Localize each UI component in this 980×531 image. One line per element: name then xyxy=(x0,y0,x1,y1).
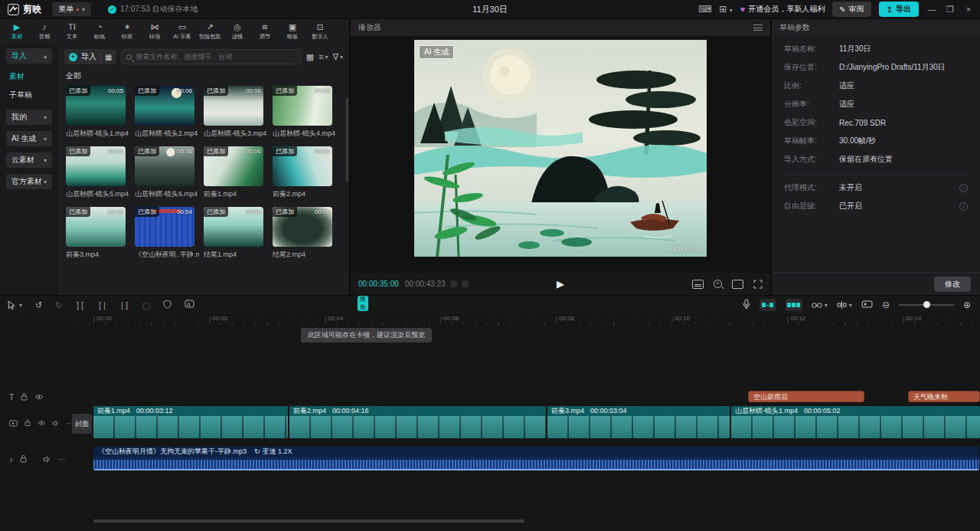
sidebar-group-ai[interactable]: AI 生成▾ xyxy=(6,131,52,146)
eye-icon[interactable] xyxy=(38,420,46,426)
video-clip[interactable]: 前奏1.mp400:00:03:12 xyxy=(93,406,288,438)
media-item[interactable]: 已添加00:06山居秋暝-镜头2.mp4 xyxy=(135,86,199,139)
trim-left-icon[interactable]: [| xyxy=(98,301,107,310)
eye-icon[interactable] xyxy=(34,394,44,400)
sidebar-item-subdraft[interactable]: 子草稿 xyxy=(9,90,58,100)
mark-inout-icon[interactable]: ▾ xyxy=(837,301,852,309)
tab-ai-captions[interactable]: ▭AI 字幕 xyxy=(168,22,196,41)
tab-adjust[interactable]: ≋调节 xyxy=(251,22,279,41)
preview-canvas[interactable]: AI 生成 xyxy=(351,36,770,273)
media-item[interactable]: 已添加00:06山居秋暝-镜头3.mp4 xyxy=(204,86,268,139)
record-voice-icon[interactable] xyxy=(743,298,750,312)
timeline-zoom-slider[interactable] xyxy=(899,304,954,306)
media-item[interactable]: 已添加00:06结尾2.mp4 xyxy=(273,207,337,260)
media-item[interactable]: 已添加00:06结尾1.mp4 xyxy=(204,207,268,260)
lock-icon[interactable] xyxy=(21,393,28,401)
media-item-audio[interactable]: 已添加00:54《空山秋夜明..平静.mp3 xyxy=(135,207,199,260)
review-button[interactable]: ✎审阅 xyxy=(832,2,871,17)
select-tool[interactable]: ▾ xyxy=(8,300,22,310)
tab-audio[interactable]: ♪音频 xyxy=(31,22,58,41)
tab-effects[interactable]: ✶特效 xyxy=(113,22,141,41)
restore-button[interactable]: ❐ xyxy=(945,5,956,15)
vip-banner[interactable]: ♥ 开通会员，享新人福利 xyxy=(740,4,825,15)
media-item[interactable]: 已添加00:06山居秋暝-镜头6.mp4 xyxy=(135,146,199,199)
audio-clip[interactable]: 《空山秋夜明月情》无拘无束的苹果干-平静.mp3 ↻变速 1.2X xyxy=(93,447,979,470)
media-item[interactable]: 已添加00:06山居秋暝-镜头4.mp4 xyxy=(273,86,337,139)
display-quality-icon[interactable] xyxy=(692,280,704,289)
text-clip[interactable]: 天气晚来秋 xyxy=(908,391,980,402)
snap-toggle[interactable] xyxy=(760,299,776,311)
tab-media[interactable]: ▶素材 xyxy=(3,22,31,41)
magnifier-icon[interactable] xyxy=(714,280,722,288)
video-clip[interactable]: 前奏3.mp400:00:03:04 xyxy=(547,406,730,438)
caption-recognize-icon[interactable]: A 限免 xyxy=(185,300,194,310)
player-menu-icon[interactable] xyxy=(753,25,763,31)
minimize-button[interactable]: — xyxy=(926,5,937,14)
trim-right-icon[interactable]: |] xyxy=(120,301,129,310)
delete-icon[interactable]: ▢ xyxy=(142,300,150,310)
redo-button[interactable]: ↻ xyxy=(55,300,62,310)
video-frame[interactable]: AI 生成 xyxy=(414,40,707,257)
cover-button[interactable]: 封面 xyxy=(72,414,92,434)
media-item[interactable]: 已添加00:06前奏2.mp4 xyxy=(273,146,337,199)
tab-templates[interactable]: ▣模板 xyxy=(279,22,306,41)
mask-icon[interactable] xyxy=(163,300,172,310)
text-clip[interactable]: 空山新雨后 xyxy=(748,391,864,402)
import-button[interactable]: + 导入 ▦ xyxy=(64,49,116,64)
render-preview-icon[interactable] xyxy=(861,298,873,312)
info-icon[interactable]: i xyxy=(959,202,968,211)
sidebar-item-material[interactable]: 素材 xyxy=(9,71,58,82)
tab-smart-pack[interactable]: ↗智能包装 xyxy=(196,22,224,41)
mute-icon[interactable] xyxy=(43,456,51,463)
sidebar-group-cloud[interactable]: 云素材▾ xyxy=(6,152,52,168)
export-button[interactable]: ↥导出 xyxy=(879,2,919,17)
import-options-icon[interactable]: ▦ xyxy=(105,53,112,61)
menu-button[interactable]: 菜单▾ xyxy=(52,2,91,16)
next-frame-icon[interactable] xyxy=(462,280,469,287)
mute-icon[interactable] xyxy=(52,420,59,427)
prev-frame-icon[interactable] xyxy=(450,280,457,287)
link-toggle[interactable] xyxy=(786,299,802,311)
timeline-area[interactable]: 00:00 00:02 00:04 00:06 00:08 00:10 00:1… xyxy=(0,314,980,531)
layout-switch-icon[interactable]: ⊞ ▾ xyxy=(719,5,732,14)
zoom-out-icon[interactable]: ⊖ xyxy=(882,300,890,310)
sidebar-group-mine[interactable]: 我的▾ xyxy=(6,110,52,125)
zoom-in-icon[interactable]: ⊕ xyxy=(963,300,971,310)
media-item[interactable]: 已添加00:06山居秋暝-镜头5.mp4 xyxy=(66,146,130,199)
search-bar[interactable] xyxy=(121,49,301,64)
close-button[interactable]: × xyxy=(963,5,974,14)
sidebar-import[interactable]: 导入▴ xyxy=(6,48,52,64)
tab-filters[interactable]: ◎滤镜 xyxy=(224,22,251,41)
filter-all-label[interactable]: 全部 xyxy=(66,70,349,81)
filter-icon[interactable]: ∇▾ xyxy=(333,52,343,62)
tab-text[interactable]: TI文本 xyxy=(58,22,86,41)
media-scrollbar[interactable] xyxy=(346,97,348,182)
undo-button[interactable]: ↺ xyxy=(35,300,42,310)
media-item[interactable]: 已添加00:06前奏3.mp4 xyxy=(66,207,130,260)
split-icon[interactable]: ][ xyxy=(75,301,84,310)
media-item[interactable]: 已添加00:06前奏1.mp4 xyxy=(204,146,268,199)
tab-transition[interactable]: ⋈转场 xyxy=(141,22,168,41)
video-clip[interactable]: 山居秋暝-镜头1.mp400:00:05:02 xyxy=(731,406,980,438)
slider-knob[interactable] xyxy=(923,301,930,308)
play-button[interactable]: ▶ xyxy=(557,278,564,290)
ratio-icon[interactable] xyxy=(732,280,743,289)
shortcut-keyboard-icon[interactable]: ⌨ xyxy=(698,5,711,14)
info-icon[interactable]: i xyxy=(959,184,968,192)
timeline-scrollbar[interactable] xyxy=(93,520,524,523)
media-item[interactable]: 已添加00:05山居秋暝-镜头1.mp4 xyxy=(66,86,130,139)
video-clip[interactable]: 前奏2.mp400:00:04:16 xyxy=(289,406,546,438)
modify-button[interactable]: 修改 xyxy=(934,277,971,292)
tab-sticker[interactable]: ◔贴纸 xyxy=(86,22,113,41)
added-badge: 已添加 xyxy=(135,146,159,156)
tab-digital-human[interactable]: ⊡数字人 xyxy=(306,22,334,41)
fullscreen-icon[interactable] xyxy=(753,280,763,289)
grid-view-icon[interactable]: ▦ xyxy=(306,52,314,62)
sort-icon[interactable]: ≡▾ xyxy=(318,52,328,61)
lock-icon[interactable] xyxy=(20,455,27,463)
more-icon[interactable]: ··· xyxy=(57,455,65,464)
sidebar-group-official[interactable]: 官方素材▾ xyxy=(6,174,52,189)
preview-axis-icon[interactable]: ▾ xyxy=(812,302,828,309)
search-input[interactable] xyxy=(136,53,296,61)
lock-icon[interactable] xyxy=(24,419,31,427)
